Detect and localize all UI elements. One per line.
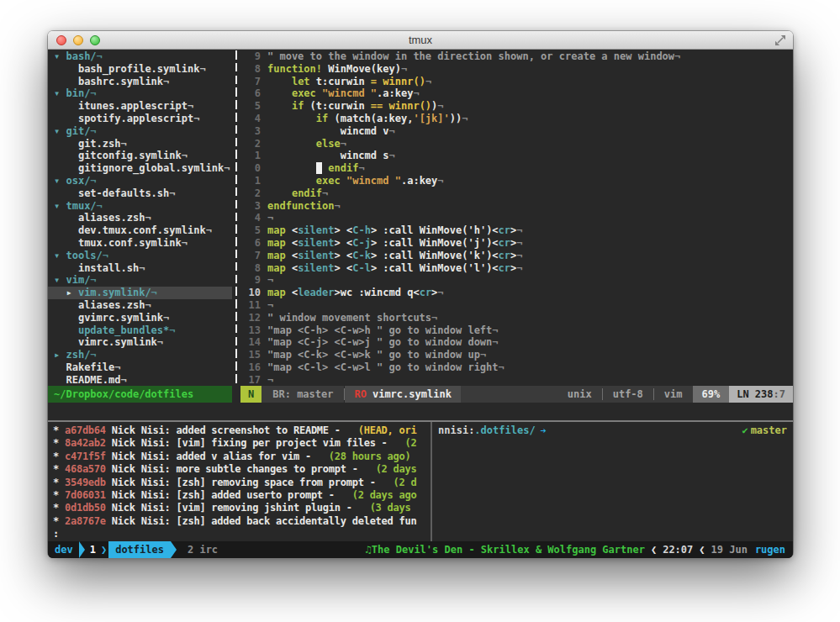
code-segment: "map <C-l> <C-w>l " go to window right <box>267 361 499 373</box>
editor-line[interactable]: 11¬ <box>240 299 793 312</box>
tree-item-file[interactable]: aliases.zsh¬ <box>48 212 232 224</box>
editor-line[interactable]: 8map <silent> <C-l> :call WinMove('l')<c… <box>240 262 793 275</box>
tree-item-folder[interactable]: ▾ tools/¬ <box>48 250 232 262</box>
indent <box>54 100 78 112</box>
tree-item-folder[interactable]: ▾ git/¬ <box>48 125 232 138</box>
line-number: 11 <box>240 299 267 312</box>
editor-line[interactable]: 9¬ <box>240 274 793 287</box>
git-status-indicator: ✔master <box>742 424 787 437</box>
folder-arrow-icon: ▾ <box>54 87 66 99</box>
clock-time: 22:07 <box>663 544 693 556</box>
minimize-button[interactable] <box>73 35 83 45</box>
editor-line[interactable]: 2 else¬ <box>240 138 793 150</box>
eol-marker: ¬ <box>120 138 126 150</box>
tree-item-file[interactable]: bash_profile.symlink¬ <box>48 63 232 76</box>
file-tree[interactable]: ▾ bash/¬ bash_profile.symlink¬ bashrc.sy… <box>48 50 232 386</box>
tree-item-label: osx/ <box>66 175 90 187</box>
tree-item-file[interactable]: vimrc.symlink¬ <box>48 336 232 349</box>
editor-line[interactable]: 16"map <C-l> <C-w>l " go to window right… <box>240 361 793 374</box>
editor-line[interactable]: 8function! WinMove(key)¬ <box>240 63 793 76</box>
line-text: "map <C-k> <C-w>k " go to window up¬ <box>267 349 486 361</box>
tree-item-file[interactable]: gitignore_global.symlink¬ <box>48 162 232 175</box>
code-segment: endif <box>328 162 358 174</box>
tree-item-folder[interactable]: ▾ bin/¬ <box>48 87 232 100</box>
tree-item-file[interactable]: README.md¬ <box>48 374 232 386</box>
editor-line[interactable]: 13"map <C-h> <C-w>h " go to window left¬ <box>240 324 793 337</box>
tree-item-label: update_bundles* <box>78 324 169 336</box>
editor-line[interactable]: 14"map <C-j> <C-w>j " go to window down¬ <box>240 336 793 349</box>
resize-icon[interactable] <box>774 34 786 45</box>
folder-arrow-icon: ▾ <box>54 50 66 62</box>
editor-line[interactable]: 15"map <C-k> <C-w>k " go to window up¬ <box>240 349 793 361</box>
code-segment: ¬ <box>267 299 273 311</box>
window-titlebar[interactable]: tmux <box>48 31 793 50</box>
editor-line[interactable]: 1 wincmd s¬ <box>240 150 793 162</box>
folder-arrow-icon: ▾ <box>54 200 66 212</box>
editor-line[interactable]: 1 exec "wincmd ".a:key¬ <box>240 175 793 187</box>
tmux-window-active[interactable]: dotfiles <box>108 541 171 558</box>
tree-item-file[interactable]: itunes.applescript¬ <box>48 100 232 113</box>
editor-line[interactable]: 7map <silent> <C-k> :call WinMove('k')<c… <box>240 250 793 262</box>
tree-item-file[interactable]: dev.tmux.conf.symlink¬ <box>48 224 232 237</box>
editor-line[interactable]: 3endfunction¬ <box>240 200 793 213</box>
tree-item-file[interactable]: aliases.zsh¬ <box>48 299 232 312</box>
close-button[interactable] <box>56 35 66 45</box>
editor-line[interactable]: 9" move to the window in the direction s… <box>240 50 793 63</box>
tmux-window-inactive[interactable]: 2 irc <box>188 544 218 556</box>
tree-item-file[interactable]: update_bundles*¬ <box>48 324 232 337</box>
git-log-segment: * <box>53 437 65 449</box>
git-log-pane[interactable]: * a67db64 Nick Nisi: added screenshot to… <box>48 422 431 541</box>
zoom-button[interactable] <box>90 35 100 45</box>
git-log-segment: (2 d <box>394 477 417 488</box>
tree-item-file[interactable]: git.zsh¬ <box>48 138 232 150</box>
commit-hash: 8a42ab2 <box>65 437 106 449</box>
tree-item-file[interactable]: spotify.applescript¬ <box>48 113 232 125</box>
editor-line[interactable]: 17¬ <box>240 374 793 386</box>
tree-item-folder[interactable]: ▾ bash/¬ <box>48 50 232 63</box>
indent <box>54 361 66 373</box>
tree-item-file[interactable]: gvimrc.symlink¬ <box>48 312 232 324</box>
tree-item-file[interactable]: gitconfig.symlink¬ <box>48 150 232 162</box>
git-log-line: * 7d06031 Nick Nisi: [zsh] added userto … <box>53 489 431 502</box>
tree-item-file[interactable]: bashrc.symlink¬ <box>48 76 232 88</box>
tree-item-folder[interactable]: ▸ zsh/¬ <box>48 349 232 361</box>
editor-line[interactable]: 10map <leader>wc :wincmd q<cr>¬ <box>240 287 793 299</box>
tmux-window-index[interactable]: 1 <box>85 544 101 556</box>
editor-line[interactable]: 3 wincmd v¬ <box>240 125 793 138</box>
code-segment: " window movement shortcuts <box>267 312 431 324</box>
indent <box>54 312 78 324</box>
code-segment: < <box>286 237 298 249</box>
indent <box>54 237 78 249</box>
editor-line[interactable]: 4¬ <box>240 212 793 224</box>
indent <box>54 162 78 174</box>
tree-item-file[interactable]: install.sh¬ <box>48 262 232 275</box>
editor-line[interactable]: 6 exec "wincmd ".a:key¬ <box>240 87 793 100</box>
tree-item-file[interactable]: set-defaults.sh¬ <box>48 187 232 200</box>
editor-line[interactable]: 4 if (match(a:key,'[jk]'))¬ <box>240 113 793 125</box>
tree-item-folder[interactable]: ▾ vim/¬ <box>48 274 232 287</box>
line-text: ¬ <box>267 274 273 287</box>
tree-item-file[interactable]: tmux.conf.symlink¬ <box>48 237 232 250</box>
editor-line[interactable]: 6map <silent> <C-j> :call WinMove('j')<c… <box>240 237 793 250</box>
vertical-split-separator[interactable] <box>232 50 240 386</box>
tree-item-folder[interactable]: ▾ osx/¬ <box>48 175 232 187</box>
editor-line[interactable]: 12" window movement shortcuts¬ <box>240 312 793 324</box>
tree-item-label: vim/ <box>66 274 90 286</box>
shell-pane[interactable]: nnisi:.dotfiles/➔ ✔master <box>432 422 793 541</box>
editor-line[interactable]: 0 endif¬ <box>240 162 793 175</box>
editor-line[interactable]: 5 if (t:curwin == winnr())¬ <box>240 100 793 113</box>
code-segment: ¬ <box>499 361 505 373</box>
editor-line[interactable]: 2 endif¬ <box>240 187 793 200</box>
code-segment: > :call WinMove('h')< <box>371 224 499 236</box>
code-segment: > < <box>335 237 353 249</box>
code-segment: > < <box>335 224 353 236</box>
editor-line[interactable]: 5map <silent> <C-h> :call WinMove('h')<c… <box>240 224 793 237</box>
tree-item-folder[interactable]: ▸ vim.symlink/¬ <box>48 287 232 299</box>
tree-item-file[interactable]: Rakefile¬ <box>48 361 232 374</box>
tree-item-folder[interactable]: ▾ tmux/¬ <box>48 200 232 213</box>
editor-pane[interactable]: 9" move to the window in the direction s… <box>240 50 793 386</box>
code-segment: leader <box>298 287 334 298</box>
editor-line[interactable]: 7 let t:curwin = winnr()¬ <box>240 76 793 88</box>
eol-marker: ¬ <box>163 76 169 87</box>
code-segment: < <box>286 250 298 261</box>
